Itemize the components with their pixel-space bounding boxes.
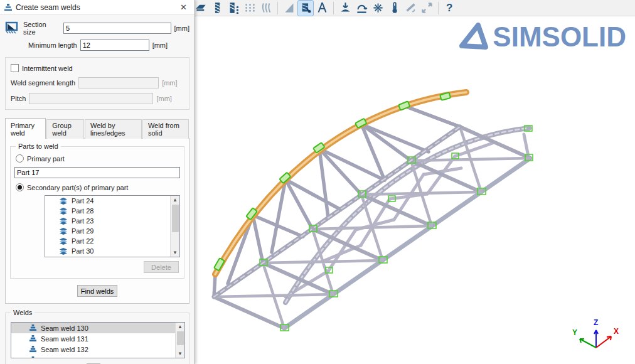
parts-to-weld-legend: Parts to weld bbox=[16, 142, 61, 150]
list-item[interactable]: Part 22 bbox=[45, 236, 170, 246]
list-item[interactable]: Part 24 bbox=[45, 196, 170, 206]
model-viewport[interactable]: SIMSOLID bbox=[195, 16, 635, 364]
secondary-parts-radio[interactable] bbox=[16, 183, 24, 191]
list-item-selected[interactable]: Seam weld 130 bbox=[11, 323, 175, 333]
spot-group-icon[interactable] bbox=[403, 1, 418, 16]
seam-weld-icon bbox=[29, 346, 37, 353]
axis-z-label: Z bbox=[594, 318, 598, 327]
part-label: Part 29 bbox=[72, 227, 93, 235]
section-size-icon bbox=[5, 21, 20, 35]
seam-weld-icon bbox=[29, 324, 37, 331]
minimum-length-label: Minimum length bbox=[28, 41, 77, 49]
tab-weld-from-solid[interactable]: Weld from solid bbox=[142, 119, 189, 139]
list-item[interactable]: Part 28 bbox=[45, 206, 170, 216]
seam-weld-icon[interactable] bbox=[210, 1, 225, 16]
resize-arrows-icon[interactable] bbox=[419, 1, 434, 16]
seam-weld-options-icon[interactable] bbox=[226, 1, 241, 16]
multi-weld-icon[interactable] bbox=[259, 1, 274, 16]
bench-weld-icon[interactable] bbox=[193, 1, 208, 16]
weld-label: Seam weld 133 bbox=[41, 356, 88, 359]
tab-primary-weld[interactable]: Primary weld bbox=[5, 118, 46, 139]
create-seam-weld-icon[interactable] bbox=[298, 1, 313, 16]
weld-label: Seam weld 132 bbox=[41, 346, 88, 353]
parts-delete-button[interactable]: Delete bbox=[144, 261, 179, 273]
primary-part-radio[interactable] bbox=[16, 154, 24, 163]
intermittent-weld-checkbox[interactable] bbox=[11, 64, 19, 72]
list-item[interactable]: Seam weld 133 bbox=[11, 355, 175, 358]
scroll-up-icon[interactable]: ▲ bbox=[173, 196, 178, 204]
part-icon bbox=[59, 208, 68, 215]
thermal-icon[interactable] bbox=[387, 1, 402, 16]
parts-list-scrollbar[interactable]: ▲ ▼ bbox=[170, 196, 179, 257]
seam-weld-dialog-icon bbox=[4, 4, 13, 11]
dialog-title: Create seam welds bbox=[16, 3, 80, 12]
pitch-input[interactable] bbox=[29, 93, 153, 104]
section-size-label: Section size bbox=[23, 21, 60, 36]
part-icon bbox=[59, 248, 68, 255]
list-item[interactable]: Seam weld 132 bbox=[11, 344, 175, 355]
dialog-title-bar[interactable]: Create seam welds ✕ bbox=[0, 0, 195, 15]
toolbar-separator bbox=[277, 2, 278, 14]
seam-weld-icon bbox=[29, 335, 37, 342]
toolbar-separator bbox=[438, 2, 439, 14]
list-item[interactable]: Part 29 bbox=[45, 226, 170, 236]
part-icon bbox=[59, 238, 68, 245]
pitch-unit: [mm] bbox=[156, 95, 171, 102]
minimum-length-input[interactable] bbox=[80, 40, 149, 51]
weld-label: Seam weld 131 bbox=[41, 335, 88, 343]
scroll-down-icon[interactable]: ▼ bbox=[178, 350, 183, 358]
tab-group-weld[interactable]: Group weld bbox=[46, 119, 84, 139]
orientation-triad: Z X Y bbox=[567, 316, 621, 355]
part-label: Part 30 bbox=[72, 247, 93, 255]
welds-list-scrollbar[interactable]: ▲ ▼ bbox=[175, 323, 184, 358]
welds-list[interactable]: Seam weld 130 Seam weld 131 Seam weld 13… bbox=[11, 322, 185, 358]
welds-group: Welds Seam weld 130 Seam weld 131 Seam w… bbox=[5, 313, 189, 364]
measure-compass-icon[interactable] bbox=[314, 1, 329, 16]
primary-part-input[interactable] bbox=[14, 167, 180, 178]
close-icon[interactable]: ✕ bbox=[178, 3, 189, 12]
primary-part-radio-label: Primary part bbox=[27, 155, 65, 163]
axis-y-label: Y bbox=[572, 328, 577, 337]
weld-segment-length-label: Weld segment length bbox=[11, 79, 75, 87]
part-label: Part 28 bbox=[72, 207, 93, 215]
weld-segment-length-unit: [mm] bbox=[162, 79, 177, 87]
weld-slope-icon[interactable] bbox=[282, 1, 297, 16]
scroll-up-icon[interactable]: ▲ bbox=[178, 323, 183, 331]
list-item[interactable]: Part 23 bbox=[45, 216, 170, 226]
intermittent-weld-group: Intermittent weld Weld segment length [m… bbox=[5, 57, 189, 110]
scroll-down-icon[interactable]: ▼ bbox=[173, 249, 178, 257]
toolbar-separator bbox=[333, 2, 334, 14]
part-icon bbox=[59, 198, 68, 205]
minimum-length-unit: [mm] bbox=[152, 41, 168, 49]
primary-weld-panel: Parts to weld Primary part Secondary par… bbox=[5, 138, 189, 304]
part-icon bbox=[59, 228, 68, 235]
secondary-parts-list[interactable]: Part 24 Part 28 Part 23 Part 29 Part 22 … bbox=[45, 195, 180, 257]
part-label: Part 23 bbox=[72, 217, 93, 225]
toolbar-help-icon[interactable]: ? bbox=[442, 2, 456, 14]
list-item[interactable]: Seam weld 131 bbox=[11, 333, 175, 344]
secondary-parts-radio-label: Secondary part(s) of primary part bbox=[27, 184, 128, 191]
part-label: Part 22 bbox=[72, 237, 93, 245]
simsolid-logo-text: SIMSOLID bbox=[493, 21, 626, 53]
weld-segment-length-input[interactable] bbox=[78, 77, 159, 88]
section-size-unit: [mm] bbox=[174, 24, 189, 32]
list-item[interactable]: Part 30 bbox=[45, 246, 170, 256]
welds-legend: Welds bbox=[11, 309, 35, 316]
create-seam-welds-dialog: Create seam welds ✕ Section size [mm] Mi… bbox=[0, 0, 195, 364]
grid-points-icon[interactable] bbox=[242, 1, 257, 16]
pitch-label: Pitch bbox=[11, 95, 26, 102]
bridge-model[interactable] bbox=[203, 77, 554, 353]
torque-icon[interactable] bbox=[354, 1, 369, 16]
part-label: Part 24 bbox=[72, 197, 93, 205]
find-welds-button[interactable]: Find welds bbox=[77, 285, 117, 297]
pressure-icon[interactable] bbox=[370, 1, 385, 16]
tab-weld-by-lines-edges[interactable]: Weld by lines/edges bbox=[85, 119, 142, 139]
scrollbar-thumb[interactable] bbox=[177, 331, 184, 345]
parts-to-weld-group: Parts to weld Primary part Secondary par… bbox=[10, 146, 184, 279]
axis-x-label: X bbox=[614, 327, 619, 336]
load-icon[interactable] bbox=[338, 1, 353, 16]
seam-weld-icon bbox=[29, 356, 37, 358]
section-size-input[interactable] bbox=[63, 23, 171, 34]
weld-label: Seam weld 130 bbox=[41, 324, 88, 332]
scrollbar-thumb[interactable] bbox=[172, 205, 179, 232]
